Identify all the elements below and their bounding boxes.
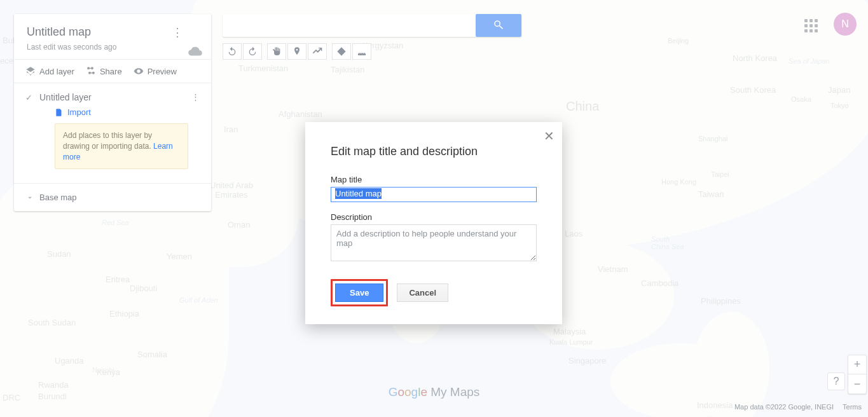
map-editor-panel: Untitled map Last edit was seconds ago ⋮… [14,14,211,211]
redo-icon [247,46,258,57]
hand-tool-button[interactable] [267,43,286,60]
apps-grid-icon [804,19,818,32]
import-label: Import [67,107,91,117]
undo-icon [227,46,237,57]
dialog-title: Edit map title and description [331,145,537,158]
search-icon [493,19,504,32]
dialog-close-button[interactable]: ✕ [544,128,555,144]
map-title-label: Map title [331,175,537,184]
undo-button[interactable] [223,43,242,60]
account-avatar[interactable]: N [834,13,857,36]
save-button[interactable]: Save [335,284,383,302]
layer-item[interactable]: ✓ Untitled layer ⋮ Import Add places to … [14,83,211,183]
chevron-down-icon [25,193,34,202]
last-edit-text: Last edit was seconds ago [27,43,198,51]
add-layer-button[interactable]: Add layer [25,66,74,76]
preview-label: Preview [148,67,177,76]
attribution-data: Map data ©2022 Google, INEGI [734,403,834,411]
hand-icon [272,46,282,57]
search-button[interactable] [476,14,521,37]
panel-menu-button[interactable]: ⋮ [172,25,183,39]
directions-icon [336,46,347,57]
pin-icon [292,46,302,57]
preview-button[interactable]: Preview [134,66,177,76]
google-apps-button[interactable] [798,13,823,38]
attribution-terms[interactable]: Terms [843,403,862,411]
directions-tool-button[interactable] [332,43,351,60]
google-mymaps-watermark: Google My Maps [389,385,480,399]
help-button[interactable]: ? [827,373,845,390]
layers-icon [25,66,36,76]
basemap-row[interactable]: Base map [14,183,211,211]
marker-tool-button[interactable] [287,43,307,60]
description-label: Description [331,212,537,222]
map-title-input[interactable]: Untitled map [331,187,537,202]
edit-title-dialog: ✕ Edit map title and description Map tit… [305,122,562,324]
layer-title: Untitled layer [39,92,200,102]
share-icon [86,66,96,76]
layer-hint: Add places to this layer by drawing or i… [55,123,188,169]
save-highlight: Save [331,279,388,306]
description-textarea[interactable] [331,224,537,261]
share-button[interactable]: Share [86,66,122,76]
line-tool-button[interactable] [308,43,327,60]
share-label: Share [100,67,122,76]
basemap-label: Base map [39,193,77,202]
line-icon [312,46,322,57]
map-toolbar [223,43,371,60]
cancel-button[interactable]: Cancel [397,284,448,302]
add-layer-label: Add layer [39,67,74,76]
ruler-icon [357,46,367,57]
redo-button[interactable] [243,43,262,60]
zoom-out-button[interactable]: − [848,374,866,393]
file-icon [55,108,64,117]
zoom-control: + − [848,355,867,394]
zoom-in-button[interactable]: + [848,355,866,374]
check-icon: ✓ [25,93,32,102]
map-attribution: Map data ©2022 Google, INEGI Terms [734,403,862,411]
cloud-sync-icon[interactable] [188,44,202,60]
eye-icon [134,66,144,76]
layer-menu-button[interactable]: ⋮ [191,92,200,102]
import-button[interactable]: Import [55,107,200,117]
map-title-value: Untitled map [335,188,382,199]
mymaps-text: My Maps [427,385,479,399]
measure-tool-button[interactable] [352,43,371,60]
hint-text: Add places to this layer by drawing or i… [63,131,153,151]
